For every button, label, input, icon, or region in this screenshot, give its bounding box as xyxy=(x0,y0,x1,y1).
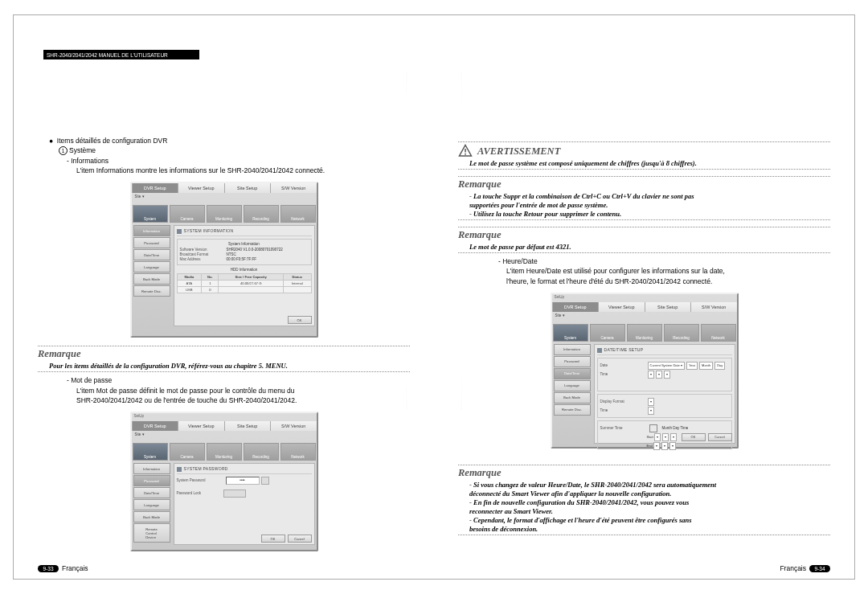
tab-viewer-setup[interactable]: Viewer Setup xyxy=(178,421,224,431)
dst-start-t[interactable]: ▾ xyxy=(670,433,677,441)
date-spin[interactable]: Current System Date ▾ xyxy=(648,362,685,370)
bcast-value: NTSC xyxy=(227,252,236,256)
icon-system[interactable]: System xyxy=(553,324,588,342)
tab-site-setup[interactable]: Site Setup xyxy=(224,421,271,431)
side-language[interactable]: Language xyxy=(133,261,170,272)
svg-point-1 xyxy=(465,154,466,155)
remarque3-title: Remarque xyxy=(458,229,830,241)
side-information[interactable]: Information xyxy=(133,225,170,236)
icon-recording[interactable]: Recording xyxy=(244,205,279,223)
icon-system[interactable]: System xyxy=(133,205,168,223)
dst-start-m[interactable]: ▾ xyxy=(654,433,661,441)
avertissement-title: AVERTISSEMENT xyxy=(477,145,560,158)
syspass-label: System Password xyxy=(177,478,223,482)
ss-spin[interactable]: ▾ xyxy=(664,371,670,379)
page-sheet: SHR-2040/2041/2042 MANUEL DE L'UTILISATE… xyxy=(0,0,868,594)
footer-lang-right: Français xyxy=(780,564,806,572)
icon-monitoring[interactable]: Monitoring xyxy=(207,443,242,461)
pane-title-sysinfo: SYSTEM INFORMATION xyxy=(177,228,312,236)
tab-sw-version[interactable]: S/W Version xyxy=(270,183,317,193)
side-password[interactable]: Password xyxy=(554,356,591,367)
two-page-spread: SHR-2040/2041/2042 MANUEL DE L'UTILISATE… xyxy=(13,14,855,580)
hdd-table: Media No. Size / Free Capacity Status AT… xyxy=(177,273,312,293)
cell: 1 xyxy=(202,280,219,286)
heuredate-label: - Heure/Date xyxy=(498,256,830,266)
cancel-button[interactable]: Cancel xyxy=(708,433,732,441)
side-information[interactable]: Information xyxy=(554,344,591,355)
dst-end-m[interactable]: ▾ xyxy=(653,442,660,450)
pane-title-datetime: DATE/TIME SETUP xyxy=(597,347,732,355)
side-password[interactable]: Password xyxy=(133,475,170,486)
cell xyxy=(284,286,311,293)
tab-viewer-setup[interactable]: Viewer Setup xyxy=(598,302,645,312)
month-spin[interactable]: Month xyxy=(699,362,713,370)
heuredate-l2: l'heure, le format et l'heure d'été du S… xyxy=(506,277,830,286)
hh-spin[interactable]: ▾ xyxy=(648,371,654,379)
side-remote[interactable]: Remote Disc. xyxy=(133,285,170,297)
tab-site-setup[interactable]: Site Setup xyxy=(645,302,691,312)
icon-recording[interactable]: Recording xyxy=(244,443,279,461)
ok-button[interactable]: OK xyxy=(261,535,285,543)
tab-sw-version[interactable]: S/W Version xyxy=(690,302,737,312)
tab-viewer-setup[interactable]: Viewer Setup xyxy=(178,183,224,193)
side-information[interactable]: Information xyxy=(133,463,170,474)
pane-password: SYSTEM PASSWORD System Password •••• Pas… xyxy=(174,463,315,545)
dst-end-t[interactable]: ▾ xyxy=(669,442,676,450)
box-system-info: System Information Software VersionSHR20… xyxy=(177,239,312,265)
cell: 0 xyxy=(202,286,219,293)
tab-dvr-setup[interactable]: DVR Setup xyxy=(552,302,599,312)
icon-camera[interactable]: Camera xyxy=(590,324,625,342)
pane-datetime: DATE/TIME SETUP DateCurrent System Date … xyxy=(594,344,735,444)
icon-camera[interactable]: Camera xyxy=(170,443,205,461)
hdd-title: HDD Information xyxy=(177,268,312,272)
icon-recording[interactable]: Recording xyxy=(664,324,699,342)
datef-spin[interactable]: ▾ xyxy=(648,398,654,406)
side-remote[interactable]: RemoteControlDevice xyxy=(133,523,170,543)
icon-network[interactable]: Network xyxy=(280,443,316,461)
side-backmode[interactable]: Back Mode xyxy=(133,511,170,522)
side-datetime[interactable]: Date/Time xyxy=(554,368,591,379)
icon-network[interactable]: Network xyxy=(701,324,736,342)
ok-button[interactable]: OK xyxy=(682,433,706,441)
tab-sw-version[interactable]: S/W Version xyxy=(270,421,317,431)
side-backmode[interactable]: Back Mode xyxy=(133,273,170,285)
icon-camera[interactable]: Camera xyxy=(170,205,205,223)
remarque1-body: Pour les items détaillés de la configura… xyxy=(38,362,410,370)
hdd-col-size: Size / Free Capacity xyxy=(219,273,284,280)
right-page: AVERTISSEMENT Le mot de passe système es… xyxy=(434,15,854,579)
password-edit-icon[interactable] xyxy=(261,477,269,485)
tab-dvr-setup[interactable]: DVR Setup xyxy=(132,183,178,193)
icon-monitoring[interactable]: Monitoring xyxy=(207,205,242,223)
tab-site-setup[interactable]: Site Setup xyxy=(224,183,271,193)
ok-button[interactable]: OK xyxy=(288,316,312,324)
shot3-iconrow: System Camera Monitoring Recording Netwo… xyxy=(552,323,737,342)
side-datetime[interactable]: Date/Time xyxy=(133,249,170,260)
side-backmode[interactable]: Back Mode xyxy=(554,392,591,404)
side-datetime[interactable]: Date/Time xyxy=(133,487,170,498)
dst-end-d[interactable]: ▾ xyxy=(661,442,668,450)
dst-checkbox[interactable] xyxy=(649,424,657,432)
remarque4-l2: - En fin de nouvelle configuration du SH… xyxy=(458,498,830,506)
icon-monitoring[interactable]: Monitoring xyxy=(627,324,662,342)
icon-system[interactable]: System xyxy=(133,443,168,461)
avertissement-body: Le mot de passe système est composé uniq… xyxy=(458,159,830,167)
side-language[interactable]: Language xyxy=(554,380,591,391)
side-remote[interactable]: Remote Disc. xyxy=(554,404,591,416)
dotted-divider xyxy=(458,465,830,465)
password-field[interactable]: •••• xyxy=(226,477,260,485)
password-text: - Mot de passe L'item Mot de passe défin… xyxy=(38,375,410,405)
year-spin[interactable]: Year xyxy=(686,362,698,370)
tab-dvr-setup[interactable]: DVR Setup xyxy=(132,421,178,431)
pane-title-password: SYSTEM PASSWORD xyxy=(177,466,312,474)
cell: ATA xyxy=(177,280,202,286)
side-password[interactable]: Password xyxy=(133,237,170,248)
cancel-button[interactable]: Cancel xyxy=(288,535,312,543)
timef-spin[interactable]: ▾ xyxy=(648,407,654,415)
icon-network[interactable]: Network xyxy=(280,205,316,223)
mm-spin[interactable]: ▾ xyxy=(656,371,662,379)
passlock-toggle[interactable] xyxy=(223,490,246,498)
dst-start-d[interactable]: ▾ xyxy=(662,433,669,441)
day-spin[interactable]: Day xyxy=(714,362,725,370)
side-language[interactable]: Language xyxy=(133,499,170,510)
lbl: Date xyxy=(600,363,647,367)
